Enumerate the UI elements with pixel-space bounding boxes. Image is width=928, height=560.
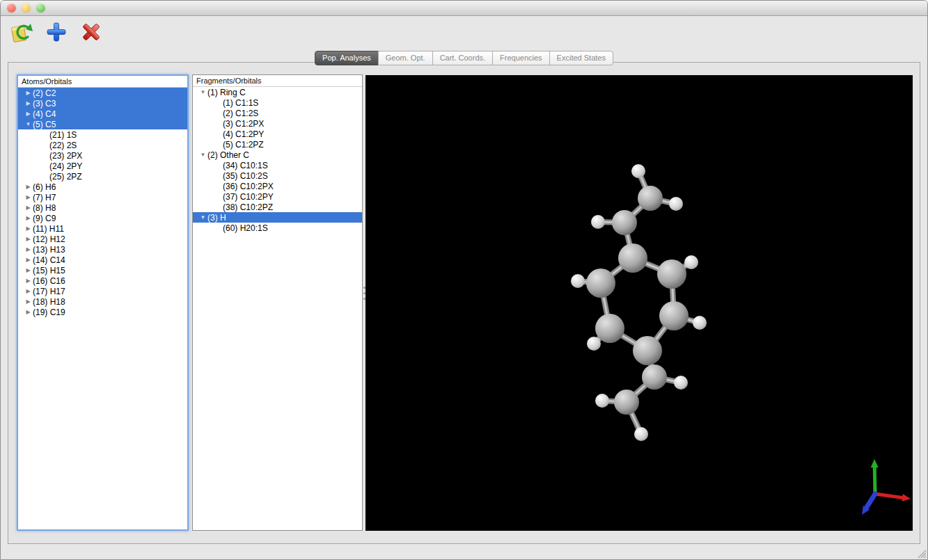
tree-row[interactable]: (5) C1:2PZ	[193, 139, 362, 150]
hydrogen-atom	[591, 215, 605, 229]
disclosure-triangle-icon[interactable]: ▶	[24, 205, 33, 211]
tab-cart-coords[interactable]: Cart. Coords.	[432, 51, 493, 65]
tree-row-label: (6) H6	[33, 182, 56, 192]
hydrogen-atom	[684, 255, 698, 269]
window-resize-grip[interactable]	[916, 548, 927, 559]
tree-row[interactable]: (2) C1:2S	[193, 108, 362, 118]
tree-row[interactable]: ▼(1) Ring C	[193, 87, 362, 97]
close-button[interactable]	[7, 3, 16, 13]
toolbar	[1, 16, 927, 48]
delete-button[interactable]	[79, 19, 104, 45]
tree-row[interactable]: (35) C10:2S	[193, 170, 362, 181]
tree-row[interactable]: (1) C1:1S	[193, 97, 362, 108]
tree-row-label: (34) C10:1S	[223, 161, 268, 170]
hydrogen-atom	[571, 274, 585, 288]
disclosure-triangle-icon[interactable]: ▶	[24, 298, 33, 305]
tree-row-label: (35) C10:2S	[223, 171, 268, 181]
disclosure-triangle-icon[interactable]: ▶	[24, 278, 33, 284]
tree-row[interactable]: (22) 2S	[18, 140, 187, 150]
tree-row[interactable]: (24) 2PY	[18, 161, 187, 171]
tree-row-label: (38) C10:2PZ	[223, 202, 273, 212]
atoms-orbitals-tree[interactable]: ▶(2) C2▶(3) C3▶(4) C4▼(5) C5(21) 1S(22) …	[18, 88, 187, 529]
carbon-atom	[618, 243, 647, 273]
disclosure-triangle-icon[interactable]: ▶	[24, 111, 33, 117]
tree-row-label: (19) C19	[33, 307, 65, 317]
open-file-button[interactable]	[9, 19, 34, 45]
tree-row[interactable]: ▶(19) C19	[18, 307, 187, 317]
disclosure-triangle-icon[interactable]: ▼	[24, 121, 33, 127]
tab-pop-analyses[interactable]: Pop. Analyses	[315, 51, 379, 65]
tree-row[interactable]: (3) C1:2PX	[193, 118, 362, 129]
tree-row-label: (24) 2PY	[49, 161, 82, 171]
tree-row[interactable]: ▶(3) C3	[18, 98, 187, 109]
carbon-atom	[595, 314, 624, 343]
add-button[interactable]	[44, 19, 69, 45]
disclosure-triangle-icon[interactable]: ▶	[24, 236, 33, 242]
disclosure-triangle-icon[interactable]: ▶	[24, 100, 33, 106]
tree-row[interactable]: ▶(17) H17	[18, 286, 187, 296]
disclosure-triangle-icon[interactable]: ▶	[24, 225, 33, 232]
tree-row[interactable]: ▶(15) H15	[18, 265, 187, 275]
tree-row[interactable]: ▶(14) C14	[18, 255, 187, 265]
tab-bar: Pop. AnalysesGeom. Opt.Cart. Coords.Freq…	[1, 51, 927, 65]
tree-row[interactable]: (4) C1:2PY	[193, 129, 362, 139]
tree-row[interactable]: (37) C10:2PY	[193, 191, 362, 202]
zoom-button[interactable]	[36, 3, 45, 13]
tree-row-label: (25) 2PZ	[49, 172, 82, 182]
tree-row-label: (1) C1:1S	[223, 98, 258, 108]
tree-row[interactable]: ▼(3) H	[193, 212, 362, 223]
fragments-orbitals-tree[interactable]: ▼(1) Ring C(1) C1:1S(2) C1:2S(3) C1:2PX(…	[193, 87, 362, 530]
disclosure-triangle-icon[interactable]: ▶	[24, 257, 33, 263]
close-x-icon	[79, 20, 103, 44]
disclosure-triangle-icon[interactable]: ▶	[24, 288, 33, 294]
tree-row[interactable]: ▼(5) C5	[18, 119, 187, 129]
tab-geom-opt[interactable]: Geom. Opt.	[378, 51, 433, 65]
disclosure-triangle-icon[interactable]: ▶	[24, 246, 33, 253]
tree-row-label: (15) H15	[33, 266, 65, 275]
minimize-button[interactable]	[22, 3, 31, 13]
tree-row-label: (4) C1:2PY	[223, 129, 264, 139]
tree-row[interactable]: (34) C10:1S	[193, 160, 362, 170]
title-bar[interactable]	[1, 1, 927, 16]
tree-row[interactable]: (60) H20:1S	[193, 223, 362, 233]
tree-row[interactable]: (23) 2PX	[18, 150, 187, 161]
tree-row-label: (21) 1S	[49, 130, 77, 140]
disclosure-triangle-icon[interactable]: ▶	[24, 184, 33, 190]
tree-row[interactable]: ▶(9) C9	[18, 213, 187, 223]
tree-row[interactable]: ▶(18) H18	[18, 296, 187, 307]
tree-row[interactable]: ▶(13) H13	[18, 244, 187, 255]
main-content: Atoms/Orbitals ▶(2) C2▶(3) C3▶(4) C4▼(5)…	[8, 62, 920, 544]
tab-frequencies[interactable]: Frequencies	[492, 51, 550, 65]
disclosure-triangle-icon[interactable]: ▶	[24, 215, 33, 221]
tree-row[interactable]: ▶(4) C4	[18, 109, 187, 119]
disclosure-triangle-icon[interactable]: ▶	[24, 90, 33, 96]
tree-row[interactable]: (21) 1S	[18, 129, 187, 140]
tree-row[interactable]: ▶(11) H11	[18, 223, 187, 234]
disclosure-triangle-icon[interactable]: ▶	[24, 194, 33, 200]
disclosure-triangle-icon[interactable]: ▼	[198, 152, 207, 158]
tree-row[interactable]: ▶(8) H8	[18, 202, 187, 213]
carbon-atom	[642, 365, 667, 390]
disclosure-triangle-icon[interactable]: ▶	[24, 309, 33, 315]
tree-row-label: (5) C5	[33, 120, 56, 129]
tab-excited-states[interactable]: Excited States	[549, 51, 613, 65]
tree-row[interactable]: (36) C10:2PX	[193, 181, 362, 191]
tree-row[interactable]: (25) 2PZ	[18, 171, 187, 182]
disclosure-triangle-icon[interactable]: ▶	[24, 267, 33, 273]
tree-row[interactable]: ▶(2) C2	[18, 88, 187, 98]
tree-row[interactable]: ▶(7) H7	[18, 192, 187, 202]
app-window: Pop. AnalysesGeom. Opt.Cart. Coords.Freq…	[0, 0, 928, 560]
tree-row-label: (11) H11	[33, 224, 64, 234]
tree-row[interactable]: ▶(16) C16	[18, 275, 187, 286]
disclosure-triangle-icon[interactable]: ▼	[198, 89, 207, 95]
tree-row-label: (23) 2PX	[49, 151, 82, 161]
tree-row[interactable]: ▼(2) Other C	[193, 150, 362, 160]
molecule-viewer[interactable]	[365, 75, 913, 531]
tree-row[interactable]: ▶(6) H6	[18, 182, 187, 192]
carbon-atom	[612, 210, 637, 235]
tree-row[interactable]: (38) C10:2PZ	[193, 202, 362, 212]
disclosure-triangle-icon[interactable]: ▼	[198, 214, 207, 221]
tree-row[interactable]: ▶(12) H12	[18, 234, 187, 244]
hydrogen-atom	[634, 427, 648, 441]
carbon-atom	[614, 390, 639, 415]
